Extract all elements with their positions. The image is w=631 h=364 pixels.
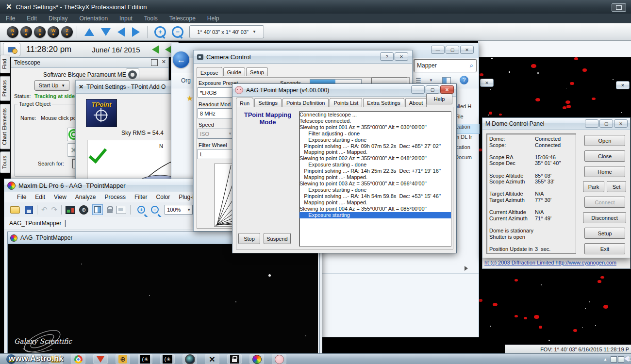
setup-button[interactable]: Setup [584,228,625,239]
close-icon[interactable]: ✕ [440,85,454,94]
chevron-down-icon[interactable]: ▼ [429,78,433,83]
exit-button[interactable]: Exit [584,243,625,254]
help-icon[interactable]: ? [380,52,394,61]
zoom-in-icon[interactable]: + [137,206,145,214]
file-list-item[interactable]: Docum [455,154,479,165]
taskbar-maxim[interactable] [249,354,264,364]
search-icon[interactable]: ⌕ [470,62,473,69]
organize-menu[interactable]: Org [181,77,191,84]
tray-network-icon[interactable] [611,356,617,363]
camera-tab[interactable]: Guide [223,67,245,76]
zoom-out-icon[interactable]: − [172,26,183,38]
menu-item[interactable]: Process [105,194,126,200]
scroll-right-icon[interactable] [465,266,468,271]
pan-down-icon[interactable] [101,28,111,36]
dome-titlebar[interactable]: M Dome Control Panel — ▢ ✕ [482,118,630,130]
minimize-icon[interactable]: — [585,119,598,128]
time-skip-back-icon[interactable] [152,45,159,54]
readout-mode-combo[interactable]: 8 MHz [198,108,233,118]
sidebar-tab[interactable]: Tours [0,151,10,173]
close-button[interactable]: Close [584,150,625,162]
close-icon[interactable]: ✕ [616,81,630,89]
menu-item[interactable]: Edit [27,15,37,22]
redo-icon[interactable]: ↷ [51,205,58,214]
maximize-icon[interactable]: ▢ [599,119,613,128]
camera-tab[interactable]: Setup [246,67,268,76]
camera-image[interactable]: Galaxy Scientific [8,244,318,362]
menu-item[interactable]: Telescope [169,15,196,22]
taskbar-camera-app[interactable] [183,354,197,364]
aag-tab[interactable]: Points List [330,98,362,107]
menu-item[interactable]: Help [207,15,219,22]
disconnect-button[interactable]: Disconnect [583,212,626,223]
minimize-icon[interactable]: — [431,46,445,54]
sidebar-tab[interactable]: Photos [0,76,10,101]
compass-orb-button[interactable]: Z [61,26,73,38]
screen-stretch-icon[interactable] [66,206,75,214]
menu-item[interactable]: Analyze [75,194,96,200]
zoom-out-icon[interactable]: − [151,206,159,214]
filter-wheel-combo[interactable]: L [198,149,233,159]
maximize-icon[interactable]: ▢ [446,46,459,54]
suspend-button[interactable]: Suspend [264,233,291,244]
sidebar-tab[interactable]: Find [0,54,10,73]
compass-orb-button[interactable]: W [48,26,59,38]
connect-button[interactable]: Connect [584,197,625,208]
float-icon[interactable] [151,59,158,66]
file-list-item[interactable]: ication [455,124,479,134]
camera-tab[interactable]: Expose [197,67,222,77]
crosshair-tool-icon[interactable]: ⊕ [79,205,88,215]
tray-expand-icon[interactable]: ▲ [603,357,607,362]
file-list-item[interactable]: m DL Ir [455,134,479,144]
mount-settings-button[interactable] [126,68,139,81]
menu-item[interactable]: Display [49,15,67,22]
aag-tab[interactable]: Points Definition [282,98,329,107]
info-window-icon[interactable] [92,204,103,215]
menu-item[interactable]: Input [119,15,133,22]
undo-icon[interactable]: ↶ [41,205,48,214]
minimize-button[interactable] [612,3,626,12]
lock-icon[interactable] [107,206,113,213]
file-list-item[interactable]: File [455,114,479,124]
pan-left-icon[interactable] [117,27,125,37]
log-line-selected[interactable]: Exposure starting [299,212,451,218]
open-file-icon[interactable] [10,206,20,214]
aag-tab[interactable]: Run [236,98,253,107]
taskbar-night-app-1[interactable]: (✳ [138,354,152,364]
close-icon[interactable]: ✕ [614,119,628,128]
close-icon[interactable]: ✕ [162,59,166,65]
menu-item[interactable]: Edit [35,194,45,200]
back-button[interactable]: ← [173,51,189,68]
taskbar-aag[interactable] [272,354,286,364]
run-log[interactable]: Connecting telescope ...Telescope connec… [299,111,451,247]
home-button[interactable]: Home [584,166,625,177]
file-list-item[interactable]: ication [455,144,479,154]
zoom-level-combo[interactable]: 100% ▼ [165,205,193,215]
exposure-preset-combo[interactable]: *LRGB [198,87,233,98]
sidebar-tab[interactable]: Chart Elements [0,104,10,149]
compass-orb-button[interactable]: N [7,26,18,38]
cyanogen-link[interactable]: ht (c) 2003 Diffraction Limited http://w… [484,260,616,265]
list-view-icon[interactable]: ☰ [415,77,421,84]
taskbar-theskyx[interactable]: ✕ [205,354,219,364]
screen-zoom-icon[interactable] [116,206,126,214]
help-icon[interactable]: ? [460,76,468,84]
maximize-icon[interactable]: ▢ [426,85,439,94]
taskbar-night-app-2[interactable]: (✳ [160,354,175,364]
taskbar-web-app[interactable]: ⊕ [116,354,130,364]
park-button[interactable]: Park [583,181,604,192]
taskbar-chrome[interactable] [71,354,85,364]
menu-item[interactable]: View [54,194,66,200]
menu-item[interactable]: File [6,15,15,22]
tray-power-icon[interactable] [618,356,624,363]
menu-item[interactable]: Orientation [79,15,108,22]
taskbar-planetarium[interactable] [93,354,108,364]
menu-item[interactable]: Tools [144,15,158,22]
search-input[interactable]: Mapper [417,62,437,69]
pan-up-icon[interactable] [84,28,94,36]
set-button[interactable]: Set [607,181,626,192]
minimize-icon[interactable]: — [411,85,425,94]
menu-item[interactable]: Color [156,194,170,200]
aag-titlebar[interactable]: AAG TPoint Mapper (v4.00.000) — ▢ ✕ [232,84,456,97]
startup-button[interactable]: Start Up ▼ [34,80,69,91]
